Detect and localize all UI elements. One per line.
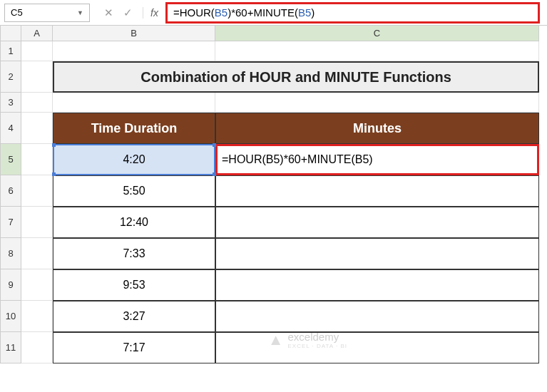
fx-icon[interactable]: fx bbox=[143, 7, 165, 19]
cell-A11[interactable] bbox=[21, 332, 53, 363]
row-header[interactable]: 4 bbox=[0, 113, 21, 144]
cell-B10[interactable]: 3:27 bbox=[53, 301, 215, 332]
formula-text-2: )*60+MINUTE( bbox=[228, 6, 298, 19]
col-header-C[interactable]: C bbox=[215, 26, 539, 41]
spreadsheet-grid: A B C 1 2 Combination of HOUR and MINUTE… bbox=[0, 26, 547, 363]
cell-B5[interactable]: 4:20 bbox=[53, 144, 215, 175]
row-header[interactable]: 8 bbox=[0, 238, 21, 269]
col-header-B[interactable]: B bbox=[53, 26, 215, 41]
cell-A3[interactable] bbox=[21, 93, 53, 113]
cell-A10[interactable] bbox=[21, 301, 53, 332]
watermark-tag: EXCEL · DATA · BI bbox=[287, 343, 347, 349]
row-2: 2 Combination of HOUR and MINUTE Functio… bbox=[0, 61, 547, 93]
row-header[interactable]: 1 bbox=[0, 41, 21, 61]
cell-C10[interactable] bbox=[215, 301, 539, 332]
cell-A7[interactable] bbox=[21, 207, 53, 238]
row-header[interactable]: 11 bbox=[0, 332, 21, 363]
formula-bar: C5 ▼ ✕ ✓ fx =HOUR(B5)*60+MINUTE(B5) bbox=[0, 0, 547, 26]
row-5: 5 4:20 =HOUR(B5)*60+MINUTE(B5) bbox=[0, 144, 547, 175]
row-6: 6 5:50 bbox=[0, 175, 547, 207]
row-7: 7 12:40 bbox=[0, 207, 547, 238]
chevron-down-icon[interactable]: ▼ bbox=[77, 9, 83, 16]
row-9: 9 9:53 bbox=[0, 269, 547, 301]
header-minutes[interactable]: Minutes bbox=[215, 113, 539, 144]
row-header[interactable]: 6 bbox=[0, 175, 21, 207]
cell-A4[interactable] bbox=[21, 113, 53, 144]
formula-text-3: ) bbox=[311, 6, 315, 19]
cell-C5-editing[interactable]: =HOUR(B5)*60+MINUTE(B5) bbox=[215, 144, 539, 175]
cell-A5[interactable] bbox=[21, 144, 53, 175]
formula-input[interactable]: =HOUR(B5)*60+MINUTE(B5) bbox=[165, 2, 540, 24]
cell-C3[interactable] bbox=[215, 93, 539, 113]
cell-B3[interactable] bbox=[53, 93, 215, 113]
cell-C6[interactable] bbox=[215, 175, 539, 207]
cell-A6[interactable] bbox=[21, 175, 53, 207]
cell-C9[interactable] bbox=[215, 269, 539, 301]
cell-C1[interactable] bbox=[215, 41, 539, 61]
watermark: ▲ exceldemy EXCEL · DATA · BI bbox=[268, 331, 347, 349]
accept-icon[interactable]: ✓ bbox=[123, 6, 133, 19]
cell-B6[interactable]: 5:50 bbox=[53, 175, 215, 207]
row-header[interactable]: 9 bbox=[0, 269, 21, 301]
column-headers: A B C bbox=[0, 26, 547, 41]
name-box[interactable]: C5 ▼ bbox=[4, 4, 90, 22]
cell-B1[interactable] bbox=[53, 41, 215, 61]
row-4: 4 Time Duration Minutes bbox=[0, 113, 547, 144]
cell-A2[interactable] bbox=[21, 61, 53, 93]
row-header[interactable]: 5 bbox=[0, 144, 21, 175]
selection-handle-icon bbox=[52, 172, 56, 176]
header-time-duration[interactable]: Time Duration bbox=[53, 113, 215, 144]
cell-B11[interactable]: 7:17 bbox=[53, 332, 215, 363]
title-cell[interactable]: Combination of HOUR and MINUTE Functions bbox=[53, 61, 539, 93]
cell-C11[interactable] bbox=[215, 332, 539, 363]
row-8: 8 7:33 bbox=[0, 238, 547, 269]
formula-buttons: ✕ ✓ bbox=[94, 6, 143, 19]
watermark-brand: exceldemy bbox=[287, 331, 347, 343]
cancel-icon[interactable]: ✕ bbox=[104, 6, 113, 19]
select-all-corner[interactable] bbox=[0, 26, 21, 41]
cell-A9[interactable] bbox=[21, 269, 53, 301]
col-header-A[interactable]: A bbox=[21, 26, 53, 41]
cell-B8[interactable]: 7:33 bbox=[53, 238, 215, 269]
formula-ref-2: B5 bbox=[298, 6, 311, 19]
chart-icon: ▲ bbox=[268, 331, 284, 349]
row-header[interactable]: 7 bbox=[0, 207, 21, 238]
row-10: 10 3:27 bbox=[0, 301, 547, 332]
cell-A1[interactable] bbox=[21, 41, 53, 61]
row-1: 1 bbox=[0, 41, 547, 61]
row-header[interactable]: 2 bbox=[0, 61, 21, 93]
formula-text-1: =HOUR( bbox=[173, 6, 215, 19]
formula-ref-1: B5 bbox=[215, 6, 228, 19]
name-box-value: C5 bbox=[11, 7, 23, 18]
cell-A8[interactable] bbox=[21, 238, 53, 269]
selection-handle-icon bbox=[213, 143, 216, 147]
cell-B7[interactable]: 12:40 bbox=[53, 207, 215, 238]
row-header[interactable]: 3 bbox=[0, 93, 21, 113]
cell-B9[interactable]: 9:53 bbox=[53, 269, 215, 301]
row-header[interactable]: 10 bbox=[0, 301, 21, 332]
cell-C8[interactable] bbox=[215, 238, 539, 269]
cell-C7[interactable] bbox=[215, 207, 539, 238]
row-3: 3 bbox=[0, 93, 547, 113]
